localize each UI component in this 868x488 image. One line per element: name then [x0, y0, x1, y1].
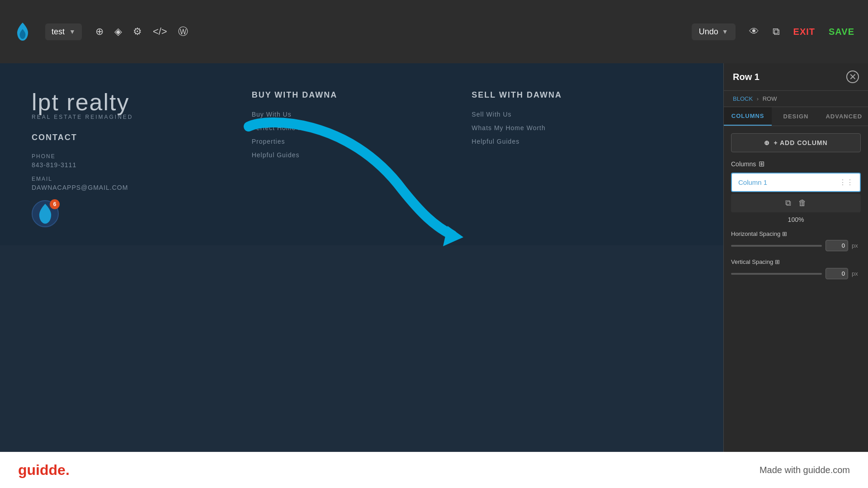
footer-col-sell: Sell With Dawna Sell With Us Whats My Ho… [472, 90, 692, 227]
column-actions: ⧉ 🗑 [731, 194, 861, 212]
footer-col-contact: lpt realty REAL ESTATE REIMAGINED Contac… [32, 90, 252, 227]
code-icon[interactable]: </> [153, 26, 167, 38]
bottom-bar: guidde. Made with guidde.com [0, 452, 868, 488]
footer-col-buy: Buy With Dawna Buy With Us Perfect Home … [252, 90, 472, 227]
breadcrumb-row: ROW [763, 95, 777, 102]
avatar-badge: 6 [32, 200, 59, 227]
made-with-text: Made with guidde.com [760, 465, 850, 475]
badge-count: 6 [50, 199, 60, 209]
sell-heading: Sell With Dawna [472, 90, 692, 100]
chevron-down-icon: ▼ [69, 28, 75, 35]
responsive-icon[interactable]: ⧉ [773, 26, 780, 38]
vertical-spacing-input[interactable] [826, 268, 848, 279]
horizontal-spacing-slider[interactable] [731, 245, 822, 247]
save-button[interactable]: SAVE [829, 27, 854, 37]
topbar-right: Undo ▼ 👁 ⧉ EXIT SAVE [692, 23, 854, 40]
phone-label: PHONE [32, 153, 252, 160]
flame-icon [14, 23, 32, 41]
drag-handle-icon: ⋮⋮ [839, 178, 854, 187]
toolbar-icons: ⊕ ◈ ⚙ </> Ⓦ [95, 25, 188, 38]
main-area: lpt realty REAL ESTATE REIMAGINED Contac… [0, 63, 868, 488]
buy-link-4[interactable]: Helpful Guides [252, 151, 472, 159]
column-1-label: Column 1 [738, 178, 767, 186]
vertical-spacing-row: px [731, 268, 861, 279]
buy-link-2[interactable]: Perfect Home Finder [252, 124, 472, 131]
phone-value: 843-819-3111 [32, 161, 252, 169]
vertical-spacing-label: Vertical Spacing ⊞ [731, 258, 861, 265]
horizontal-spacing-text: Horizontal Spacing [731, 230, 780, 237]
lpt-logo-text: lpt realty [32, 90, 252, 114]
project-name-dropdown[interactable]: test ▼ [45, 23, 82, 40]
tab-design[interactable]: DESIGN [772, 107, 820, 126]
lpt-tagline: REAL ESTATE REIMAGINED [32, 114, 252, 120]
undo-label: Undo [699, 27, 718, 37]
column-percent: 100% [731, 216, 861, 223]
preview-icon[interactable]: 👁 [749, 26, 759, 38]
breadcrumb-separator: › [757, 95, 759, 102]
exit-button[interactable]: EXIT [793, 27, 815, 37]
footer-section: lpt realty REAL ESTATE REIMAGINED Contac… [0, 63, 723, 245]
contact-heading: Contact [32, 133, 252, 142]
breadcrumb: BLOCK › ROW [724, 91, 868, 107]
tab-advanced[interactable]: ADVANCED [820, 107, 868, 126]
panel-title: Row 1 [733, 72, 760, 82]
vertical-spacing-slider[interactable] [731, 273, 822, 275]
undo-chevron-icon: ▼ [722, 28, 728, 35]
sell-link-1[interactable]: Sell With Us [472, 111, 692, 118]
duplicate-icon[interactable]: ⧉ [785, 198, 791, 208]
close-button[interactable]: ✕ [846, 70, 859, 83]
responsive-h-icon: ⊞ [782, 230, 787, 237]
email-label: EMAIL [32, 176, 252, 182]
add-column-button[interactable]: ⊕ + ADD COLUMN [731, 133, 861, 152]
email-value: DAWNACAPPS@GMAIL.COM [32, 184, 252, 191]
breadcrumb-block[interactable]: BLOCK [733, 95, 753, 102]
horizontal-spacing-unit: px [852, 242, 861, 249]
add-icon[interactable]: ⊕ [95, 26, 104, 38]
delete-icon[interactable]: 🗑 [798, 198, 807, 208]
tab-columns[interactable]: COLUMNS [724, 107, 772, 126]
layers-icon[interactable]: ◈ [114, 26, 122, 38]
panel-header: Row 1 ✕ [724, 63, 868, 91]
vertical-spacing-text: Vertical Spacing [731, 258, 773, 265]
undo-button[interactable]: Undo ▼ [692, 23, 736, 40]
project-name-label: test [52, 27, 65, 37]
guidde-logo: guidde. [18, 462, 70, 479]
right-panel: Row 1 ✕ BLOCK › ROW COLUMNS DESIGN ADVAN… [723, 63, 868, 488]
topbar: test ▼ ⊕ ◈ ⚙ </> Ⓦ Undo ▼ 👁 ⧉ EXIT SAVE [0, 0, 868, 63]
responsive-columns-icon: ⊞ [759, 160, 764, 168]
panel-tabs: COLUMNS DESIGN ADVANCED [724, 107, 868, 126]
lpt-logo: lpt realty REAL ESTATE REIMAGINED [32, 90, 252, 120]
sell-link-3[interactable]: Helpful Guides [472, 138, 692, 145]
buy-link-1[interactable]: Buy With Us [252, 111, 472, 118]
column-1-item[interactable]: Column 1 ⋮⋮ [731, 173, 861, 192]
vertical-spacing-unit: px [852, 270, 861, 277]
panel-body: ⊕ + ADD COLUMN Columns ⊞ Column 1 ⋮⋮ ⧉ 🗑… [724, 126, 868, 488]
horizontal-spacing-row: px [731, 240, 861, 251]
add-column-label: + ADD COLUMN [774, 139, 827, 146]
columns-label-text: Columns [731, 160, 756, 168]
horizontal-spacing-input[interactable] [826, 240, 848, 251]
wordpress-icon[interactable]: Ⓦ [178, 25, 188, 38]
columns-section-label: Columns ⊞ [731, 160, 861, 168]
sell-link-2[interactable]: Whats My Home Worth [472, 124, 692, 131]
settings-icon[interactable]: ⚙ [133, 26, 142, 38]
buy-link-3[interactable]: Properties [252, 138, 472, 145]
buy-heading: Buy With Dawna [252, 90, 472, 100]
add-column-plus-icon: ⊕ [764, 139, 770, 146]
logo-area [9, 18, 36, 45]
responsive-v-icon: ⊞ [775, 258, 780, 265]
canvas-area: lpt realty REAL ESTATE REIMAGINED Contac… [0, 63, 723, 488]
horizontal-spacing-label: Horizontal Spacing ⊞ [731, 230, 861, 237]
